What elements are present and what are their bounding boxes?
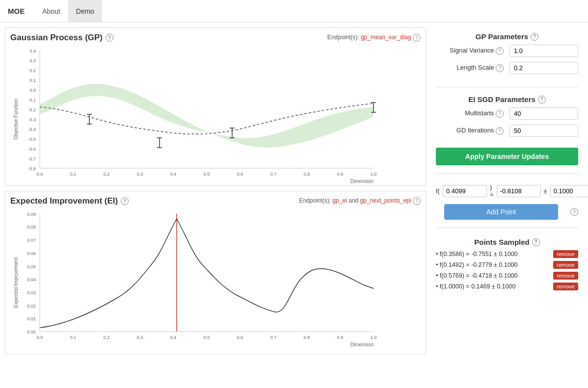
gp-params-help-icon[interactable]: ? — [531, 33, 538, 41]
svg-text:0.01: 0.01 — [27, 316, 36, 321]
gd-iterations-row: GD Iterations ? — [436, 125, 578, 137]
svg-text:0.03: 0.03 — [27, 290, 36, 295]
point-item-2: • f(0.1492) = -0.2779 ± 0.1000 remove — [436, 261, 578, 269]
points-sampled-section: Points Sampled ? • f(0.3586) = -0.7551 ±… — [436, 238, 578, 293]
svg-text:0.04: 0.04 — [27, 277, 36, 282]
length-scale-help-icon[interactable]: ? — [496, 64, 504, 72]
signal-variance-help-icon[interactable]: ? — [496, 47, 504, 55]
point-text-3: • f(0.5769) = -0.4718 ± 0.1000 — [436, 272, 549, 279]
f-x-input[interactable] — [443, 185, 487, 197]
svg-text:0.07: 0.07 — [27, 238, 36, 243]
ei-x-axis-label: Dimension — [350, 342, 374, 347]
ei-help-icon[interactable]: ? — [121, 197, 129, 205]
svg-text:0.1: 0.1 — [70, 335, 77, 340]
gp-endpoint-help-icon[interactable]: ? — [413, 34, 421, 42]
gp-x-axis-label: Dimension — [350, 179, 374, 183]
svg-text:0.4: 0.4 — [170, 172, 177, 177]
point-item-3: • f(0.5769) = -0.4718 ± 0.1000 remove — [436, 272, 578, 280]
add-point-help-icon[interactable]: ? — [570, 208, 578, 216]
svg-text:-0.6: -0.6 — [28, 147, 36, 152]
multistarts-help-icon[interactable]: ? — [496, 110, 504, 118]
ei-endpoint-link1[interactable]: gp_ei — [332, 197, 347, 204]
remove-point-4-button[interactable]: remove — [553, 283, 578, 290]
ei-sgd-params-title: EI SGD Parameters ? — [436, 95, 578, 103]
nav-item-about[interactable]: About — [34, 0, 68, 23]
add-point-button[interactable]: Add Point — [444, 204, 558, 220]
svg-text:0.5: 0.5 — [204, 172, 210, 177]
signal-variance-label: Signal Variance ? — [436, 47, 509, 55]
f-uncertainty-input[interactable] — [550, 185, 588, 197]
svg-text:0.00: 0.00 — [27, 330, 36, 335]
divider-3 — [436, 228, 578, 228]
point-item-4: • f(1.0000) = 0.1469 ± 0.1000 remove — [436, 283, 578, 290]
svg-text:-0.3: -0.3 — [28, 117, 36, 122]
gp-y-axis-label: Objective Function — [13, 99, 19, 140]
svg-text:1.0: 1.0 — [371, 335, 377, 340]
svg-text:0.02: 0.02 — [27, 304, 36, 309]
ei-sgd-params-section: EI SGD Parameters ? Multistarts ? GD Ite… — [436, 95, 578, 142]
svg-text:-0.5: -0.5 — [28, 137, 36, 142]
points-sampled-help-icon[interactable]: ? — [532, 238, 540, 246]
point-text-1: • f(0.3586) = -0.7551 ± 0.1000 — [436, 251, 549, 258]
svg-text:0.3: 0.3 — [29, 58, 36, 63]
gp-params-section: GP Parameters ? Signal Variance ? Length… — [436, 32, 578, 79]
svg-text:-0.8: -0.8 — [28, 166, 36, 171]
ei-chart-section: Expected Improvement (EI) ? Endpoint(s):… — [5, 191, 426, 354]
svg-text:0.08: 0.08 — [27, 225, 36, 230]
gp-chart-svg: Objective Function — [10, 46, 388, 183]
signal-variance-row: Signal Variance ? — [436, 45, 578, 57]
nav-brand: MOE — [8, 7, 25, 15]
svg-text:-0.7: -0.7 — [28, 156, 36, 161]
svg-text:0.4: 0.4 — [170, 335, 177, 340]
svg-text:0.1: 0.1 — [29, 78, 36, 83]
gp-endpoint-label: Endpoint(s): gp_mean_var_diag ? — [327, 34, 421, 42]
svg-text:0.09: 0.09 — [27, 212, 36, 217]
gd-iterations-help-icon[interactable]: ? — [496, 127, 504, 135]
ei-curve — [40, 219, 374, 328]
remove-point-1-button[interactable]: remove — [553, 250, 578, 258]
svg-text:0.2: 0.2 — [29, 68, 36, 73]
svg-text:0.8: 0.8 — [304, 172, 310, 177]
left-column: Gaussian Process (GP) ? Endpoint(s): gp_… — [5, 27, 426, 354]
ei-sgd-help-icon[interactable]: ? — [538, 96, 546, 103]
remove-point-3-button[interactable]: remove — [553, 272, 578, 280]
gp-help-icon[interactable]: ? — [106, 34, 113, 42]
gp-endpoint-link[interactable]: gp_mean_var_diag — [361, 34, 411, 41]
right-panel: GP Parameters ? Signal Variance ? Length… — [431, 27, 583, 354]
svg-text:0.6: 0.6 — [237, 335, 243, 340]
remove-point-2-button[interactable]: remove — [553, 261, 578, 269]
svg-text:0.2: 0.2 — [104, 172, 110, 177]
point-text-4: • f(1.0000) = 0.1469 ± 0.1000 — [436, 283, 549, 290]
svg-text:0.7: 0.7 — [270, 335, 277, 340]
svg-text:0.5: 0.5 — [204, 335, 210, 340]
ei-endpoint-link2[interactable]: gp_next_points_epi — [360, 197, 411, 204]
svg-text:0.6: 0.6 — [237, 172, 243, 177]
svg-text:0.4: 0.4 — [29, 49, 36, 53]
svg-text:0.3: 0.3 — [137, 335, 143, 340]
length-scale-row: Length Scale ? — [436, 62, 578, 74]
length-scale-input[interactable] — [509, 62, 578, 74]
svg-text:0.7: 0.7 — [270, 172, 277, 177]
ei-endpoint-help-icon[interactable]: ? — [413, 197, 421, 205]
svg-text:0.8: 0.8 — [304, 335, 310, 340]
svg-text:-0.4: -0.4 — [28, 127, 36, 132]
gp-chart-section: Gaussian Process (GP) ? Endpoint(s): gp_… — [5, 27, 426, 186]
svg-text:0.05: 0.05 — [27, 264, 36, 269]
ei-endpoint-label: Endpoint(s): gp_ei and gp_next_points_ep… — [299, 197, 421, 205]
gd-iterations-input[interactable] — [509, 125, 578, 137]
length-scale-label: Length Scale ? — [436, 64, 509, 72]
nav-item-demo[interactable]: Demo — [68, 0, 102, 23]
multistarts-input[interactable] — [509, 107, 578, 120]
signal-variance-input[interactable] — [509, 45, 578, 57]
f-value-row: f( ) = ± — [436, 183, 578, 198]
navbar: MOE About Demo — [0, 0, 588, 23]
gd-iterations-label: GD Iterations ? — [436, 127, 509, 135]
gp-confidence-band — [40, 84, 374, 148]
svg-text:0.9: 0.9 — [337, 172, 344, 177]
apply-parameters-button[interactable]: Apply Parameter Updates — [436, 148, 578, 165]
f-result-input[interactable] — [497, 185, 541, 197]
svg-text:-0.2: -0.2 — [28, 107, 36, 112]
svg-text:0.3: 0.3 — [137, 172, 143, 177]
point-text-2: • f(0.1492) = -0.2779 ± 0.1000 — [436, 261, 549, 268]
svg-text:-0.1: -0.1 — [28, 98, 36, 103]
